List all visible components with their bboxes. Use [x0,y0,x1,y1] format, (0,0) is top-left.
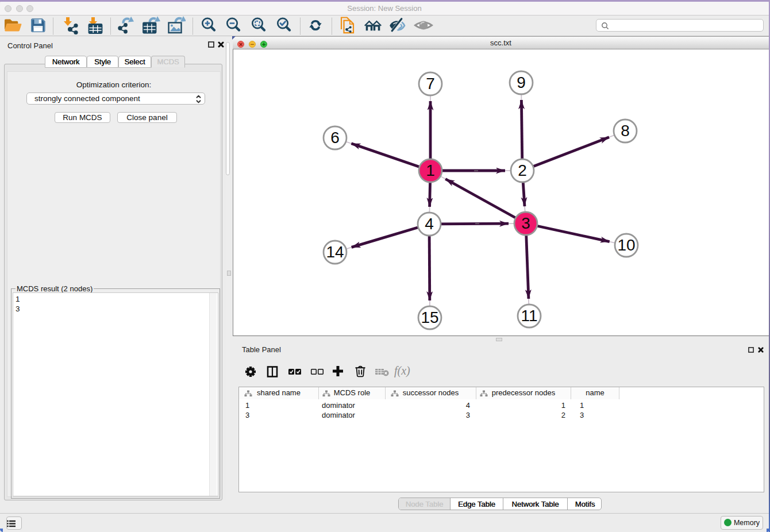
svg-text:14: 14 [326,243,344,261]
svg-text:10: 10 [617,236,635,254]
svg-text:4: 4 [425,215,434,233]
svg-text:6: 6 [330,129,340,147]
svg-text:9: 9 [517,74,526,91]
svg-text:3: 3 [521,214,530,232]
svg-text:2: 2 [518,161,527,179]
svg-text:8: 8 [621,122,630,140]
svg-text:11: 11 [521,307,537,325]
svg-text:7: 7 [426,75,435,92]
svg-text:15: 15 [421,309,438,326]
svg-text:1: 1 [426,161,435,179]
